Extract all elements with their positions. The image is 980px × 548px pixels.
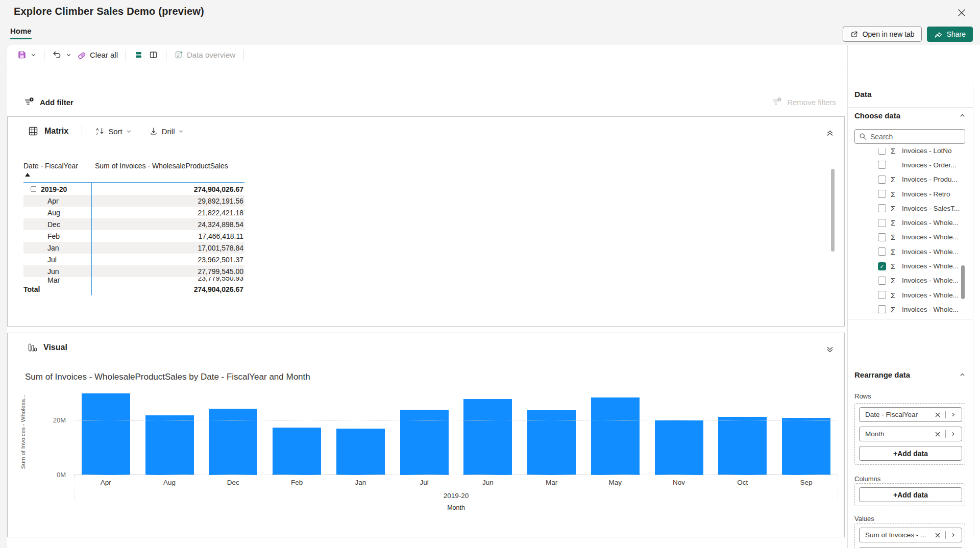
undo-menu-chevron-icon[interactable] [66,52,71,58]
field-list-item[interactable]: ΣInvoices - Whole... [854,230,965,244]
drill-button[interactable]: Drill [149,127,184,136]
remove-filters-button[interactable]: Remove filters [772,97,836,107]
sigma-icon: Σ [891,276,897,285]
bar-nov[interactable] [655,420,703,475]
values-well[interactable]: Sum of Invoices - ...+Add data [854,524,965,548]
chip-expand-icon[interactable] [948,411,957,418]
checkbox-checked[interactable]: ✓ [878,262,886,270]
checkbox-unchecked[interactable] [878,148,886,155]
checkbox-unchecked[interactable] [878,291,886,299]
matrix-row[interactable]: Jan17,001,578.84 [23,242,244,254]
matrix-row[interactable]: Feb17,466,418.11 [23,230,244,242]
matrix-col-header-sum[interactable]: Sum of Invoices - WholesaleProductSales [91,160,244,182]
field-list-item[interactable]: ΣInvoices - Whole... [854,288,965,302]
undo-button[interactable] [50,48,74,62]
add-filter-button[interactable]: Add filter [24,97,74,107]
collapse-row-toggle-icon[interactable]: − [31,186,36,192]
checkbox-unchecked[interactable] [878,204,886,212]
chip-separator [945,531,946,539]
field-list-item[interactable]: ΣInvoices - Retro [854,187,965,201]
clear-all-button[interactable]: Clear all [74,48,120,62]
field-chip[interactable]: Date - FiscalYear [859,407,962,422]
bar-dec[interactable] [209,409,257,475]
axis-edge-tick [74,475,75,499]
choose-data-header[interactable]: Choose data [854,111,900,120]
chip-expand-icon[interactable] [948,531,957,539]
save-menu-chevron-icon[interactable] [31,52,36,58]
matrix-row[interactable]: Apr29,892,191.56 [23,195,244,207]
field-list-item[interactable]: ✓ΣInvoices - Whole... [854,259,965,273]
field-list-item[interactable]: ΣInvoices - Whole... [854,302,965,316]
checkbox-unchecked[interactable] [878,233,886,241]
checkbox-unchecked[interactable] [878,277,886,285]
rearrange-data-header[interactable]: Rearrange data [854,370,910,379]
axis-edge-tick [838,475,838,499]
chip-expand-icon[interactable] [948,430,957,438]
field-chip[interactable]: Month [859,427,962,441]
visual-panel: Visual Sum of Invoices - WholesaleProduc… [7,333,845,537]
bar-sep[interactable] [782,418,830,475]
tab-home[interactable]: Home [10,27,32,39]
field-list-scrollbar-thumb[interactable] [961,265,965,299]
share-button[interactable]: Share [927,27,973,42]
bar-slot [138,415,202,475]
field-list-item[interactable]: ΣInvoices - Whole... [854,244,965,259]
matrix-row[interactable]: Mar23,779,550.93 [23,277,244,283]
matrix-col-header-fiscalyear[interactable]: Date - FiscalYear [23,160,91,182]
matrix-total-row[interactable]: Total 274,904,026.67 [23,283,244,295]
field-chip[interactable]: Sum of Invoices - ... [859,528,962,542]
field-list-item[interactable]: ΣInvoices - Whole... [854,273,965,288]
rows-well[interactable]: Date - FiscalYearMonth+Add data [854,403,965,465]
field-list-item[interactable]: ΣInvoices - SalesT... [854,201,965,215]
bar-may[interactable] [591,397,640,475]
remove-chip-icon[interactable] [933,411,943,419]
checkbox-unchecked[interactable] [878,161,886,169]
bar-jan[interactable] [336,429,385,475]
sort-button[interactable]: AZ Sort [95,127,132,136]
open-in-new-tab-button[interactable]: Open in new tab [843,27,922,42]
matrix-row[interactable]: Jul23,962,501.37 [23,254,244,265]
search-input[interactable] [870,133,952,141]
bar-aug[interactable] [145,415,194,475]
divider [848,319,973,319]
matrix-scrollbar-thumb[interactable] [831,169,835,252]
field-list-item[interactable]: Invoices - Order... [854,158,965,172]
table-view-button[interactable] [131,48,146,62]
chip-separator [945,430,946,438]
matrix-row-label-text: Apr [47,197,59,205]
columns-well[interactable]: +Add data [854,483,965,506]
data-overview-button[interactable]: Data overview [172,48,238,62]
save-button[interactable] [14,48,39,62]
checkbox-unchecked[interactable] [878,190,886,198]
split-view-button[interactable] [146,48,161,62]
matrix-panel-title: Matrix [44,127,68,136]
matrix-row-label-text: Aug [47,209,60,217]
matrix-row[interactable]: Dec24,324,898.54 [23,218,244,230]
choose-data-chevron-up-icon[interactable] [959,112,966,119]
bar-jun[interactable] [463,399,512,475]
checkbox-unchecked[interactable] [878,219,886,227]
matrix-row-label-text: Dec [47,220,60,229]
field-list-item[interactable]: ΣInvoices - Produ... [854,172,965,187]
remove-chip-icon[interactable] [933,531,943,539]
add-data-button[interactable]: +Add data [859,487,962,502]
tab-home-label: Home [10,27,32,35]
checkbox-unchecked[interactable] [878,247,886,256]
bar-apr[interactable] [82,393,130,475]
matrix-row[interactable]: −2019-20274,904,026.67 [23,183,244,195]
matrix-row[interactable]: Aug21,822,421.18 [23,207,244,218]
field-list-item[interactable]: ΣInvoices - LotNo [854,148,965,158]
expand-visual-icon[interactable] [826,345,834,354]
collapse-matrix-icon[interactable] [826,129,834,137]
add-data-button[interactable]: +Add data [859,446,962,461]
toolbar-separator [243,49,243,61]
checkbox-unchecked[interactable] [878,305,886,313]
bar-oct[interactable] [718,417,767,475]
close-icon[interactable] [957,8,967,18]
matrix-row[interactable]: Jun27,799,545.00 [23,265,244,277]
checkbox-unchecked[interactable] [878,176,886,184]
field-list-item[interactable]: ΣInvoices - Whole... [854,215,965,230]
rearrange-data-chevron-up-icon[interactable] [959,371,966,378]
bar-feb[interactable] [273,428,321,475]
remove-chip-icon[interactable] [933,430,943,438]
